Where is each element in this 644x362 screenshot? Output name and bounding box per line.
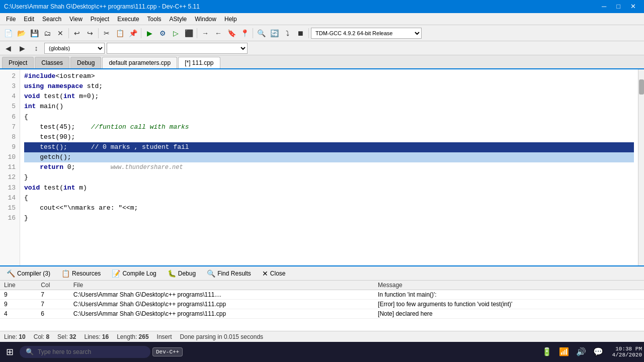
menu-astyle[interactable]: AStyle	[166, 15, 191, 24]
resources-icon: 📋	[61, 269, 70, 278]
redo-button[interactable]: ↪	[84, 27, 96, 39]
menu-execute[interactable]: Execute	[113, 15, 143, 24]
compile-run-button[interactable]: ▶	[143, 27, 155, 39]
toggle-bookmark-button[interactable]: 📍	[238, 27, 251, 39]
tab-find-results[interactable]: 🔍 Find Results	[202, 268, 256, 279]
title-bar: C:\Users\Ammar Shah G\Desktop\c++ progra…	[0, 0, 644, 13]
unindent-button[interactable]: ←	[212, 27, 224, 39]
separator-3	[141, 28, 141, 38]
tab-resources[interactable]: 📋 Resources	[57, 268, 105, 279]
open-button[interactable]: 📂	[15, 27, 27, 39]
menu-help[interactable]: Help	[220, 15, 241, 24]
debug-panel-icon: 🐛	[168, 269, 176, 278]
bookmark-button[interactable]: 🔖	[225, 27, 237, 39]
replace-button[interactable]: 🔄	[268, 27, 280, 39]
status-sel-val: 32	[69, 333, 76, 340]
code-scroll[interactable]: 2 3 4 5 6 7 8 9 10 11 12 13 14 15 16 #in…	[0, 69, 638, 265]
code-lines[interactable]: #include<iostream> using namespace std; …	[20, 69, 638, 265]
error-table: Line Col File Message 9 7 C:\Users\Ammar…	[0, 281, 644, 319]
back-button[interactable]: ◀	[2, 42, 14, 54]
separator-6	[308, 28, 309, 38]
taskbar-time-value: 10:38 PM	[612, 346, 642, 352]
tab-debug[interactable]: Debug	[70, 57, 101, 68]
tab-compile-log[interactable]: 📝 Compile Log	[107, 268, 160, 279]
menu-view[interactable]: View	[65, 15, 87, 24]
run-button[interactable]: ▷	[170, 27, 182, 39]
cell-file: C:\Users\Ammar Shah G\Desktop\c++ progra…	[69, 290, 374, 300]
table-row[interactable]: 4 6 C:\Users\Ammar Shah G\Desktop\c++ pr…	[0, 309, 644, 319]
tab-classes[interactable]: Classes	[35, 57, 69, 68]
error-output: Line Col File Message 9 7 C:\Users\Ammar…	[0, 281, 644, 331]
forward-button[interactable]: ▶	[16, 42, 28, 54]
tab-project[interactable]: Project	[2, 57, 34, 68]
taskbar-search-box[interactable]: 🔍	[20, 346, 150, 358]
status-sel-label: Sel: 32	[57, 333, 76, 340]
cut-button[interactable]: ✂	[101, 27, 113, 39]
start-button[interactable]: ⊞	[2, 344, 18, 359]
close-button[interactable]: ✕	[626, 2, 640, 12]
code-line-8: test(90);	[24, 132, 634, 142]
paste-button[interactable]: 📌	[127, 27, 139, 39]
scrollbar-thumb[interactable]	[639, 79, 644, 95]
col-line: Line	[0, 281, 37, 290]
menu-file[interactable]: File	[2, 15, 20, 24]
menu-window[interactable]: Window	[191, 15, 220, 24]
compile-button[interactable]: ⚙	[156, 27, 169, 39]
tab-debug-panel[interactable]: 🐛 Debug	[163, 268, 200, 279]
taskbar-icon-1[interactable]: 🔋	[540, 345, 554, 359]
code-line-15: cout<<"\nmarks are: "<<m;	[24, 203, 634, 213]
separator-1	[68, 28, 69, 38]
taskbar-clock: 10:38 PM 4/28/2020	[612, 346, 642, 358]
code-line-12: }	[24, 172, 634, 183]
indent-button[interactable]: →	[199, 27, 211, 39]
maximize-button[interactable]: □	[612, 2, 624, 12]
tab-close[interactable]: ✕ Close	[258, 268, 290, 279]
tab-file-111-cpp[interactable]: [*] 111.cpp	[178, 57, 220, 68]
taskbar-icon-sound[interactable]: 🔊	[574, 345, 588, 359]
cell-line: 9	[0, 290, 37, 300]
table-row[interactable]: 9 7 C:\Users\Ammar Shah G\Desktop\c++ pr…	[0, 300, 644, 309]
globals-selector[interactable]: (globals)	[44, 43, 105, 54]
menu-edit[interactable]: Edit	[20, 15, 38, 24]
tab-file-default-params[interactable]: default parameters.cpp	[102, 57, 177, 68]
find-next-button[interactable]: ⤵	[281, 27, 293, 39]
compile-log-icon: 📝	[112, 269, 120, 278]
save-button[interactable]: 💾	[28, 27, 40, 39]
compiler-selector[interactable]: TDM-GCC 4.9.2 64-bit Release	[311, 28, 422, 39]
taskbar-icon-network[interactable]: 📶	[557, 345, 571, 359]
undo-button[interactable]: ↩	[71, 27, 83, 39]
taskbar-icon-notif[interactable]: 💬	[591, 345, 605, 359]
cell-line: 4	[0, 309, 37, 319]
code-line-13: void test(int m)	[24, 183, 634, 193]
menu-search[interactable]: Search	[38, 15, 65, 24]
minimize-button[interactable]: ─	[598, 2, 610, 12]
window-controls: ─ □ ✕	[598, 2, 640, 12]
function-selector[interactable]	[107, 43, 248, 54]
cell-message: [Note] declared here	[374, 309, 644, 319]
table-row[interactable]: 9 7 C:\Users\Ammar Shah G\Desktop\c++ pr…	[0, 290, 644, 300]
status-message: Done parsing in 0.015 seconds	[180, 333, 263, 340]
find-button[interactable]: 🔍	[255, 27, 267, 39]
vertical-scrollbar[interactable]	[638, 69, 644, 265]
status-lines-label: Lines: 16	[84, 333, 109, 340]
taskbar-search-input[interactable]	[38, 348, 138, 355]
save-all-button[interactable]: 🗂	[41, 27, 53, 39]
menu-tools[interactable]: Tools	[143, 15, 166, 24]
menu-project[interactable]: Project	[87, 15, 113, 24]
find-results-tab-label: Find Results	[217, 270, 251, 277]
stop-button[interactable]: ⏹	[294, 27, 306, 39]
tab-compiler[interactable]: 🔨 Compiler (3)	[2, 268, 55, 279]
cell-col: 7	[37, 290, 69, 300]
debug-tab-label: Debug	[178, 270, 196, 277]
code-line-9: test(); // 0 marks , student fail	[24, 142, 634, 152]
debug-button[interactable]: ⬛	[183, 27, 195, 39]
close-file-button[interactable]: ✕	[54, 27, 66, 39]
copy-button[interactable]: 📋	[114, 27, 126, 39]
col-message: Message	[374, 281, 644, 290]
bottom-tab-bar: 🔨 Compiler (3) 📋 Resources 📝 Compile Log…	[0, 266, 644, 281]
new-button[interactable]: 📄	[2, 27, 14, 39]
toggle-button[interactable]: ↕	[30, 42, 42, 54]
search-icon: 🔍	[26, 348, 34, 356]
resources-tab-label: Resources	[72, 270, 101, 277]
taskbar-app-devcpp[interactable]: Dev-C++	[152, 347, 183, 356]
